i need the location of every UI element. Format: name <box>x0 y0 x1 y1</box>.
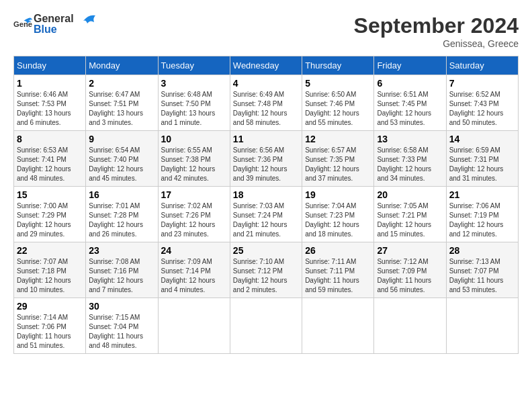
day-cell-26: 26 Sunrise: 7:11 AM Sunset: 7:11 PM Dayl… <box>302 242 374 298</box>
day-number: 21 <box>449 189 515 200</box>
day-info: Sunrise: 6:50 AM Sunset: 7:46 PM Dayligh… <box>305 90 371 128</box>
day-info: Sunrise: 7:01 AM Sunset: 7:28 PM Dayligh… <box>89 201 154 239</box>
day-number: 9 <box>89 134 154 144</box>
day-info: Sunrise: 6:52 AM Sunset: 7:43 PM Dayligh… <box>449 90 515 128</box>
day-number: 17 <box>161 189 227 200</box>
day-cell-4: 4 Sunrise: 6:49 AM Sunset: 7:48 PM Dayli… <box>230 75 302 131</box>
day-cell-24: 24 Sunrise: 7:09 AM Sunset: 7:14 PM Dayl… <box>158 242 230 298</box>
day-info: Sunrise: 7:04 AM Sunset: 7:23 PM Dayligh… <box>305 201 371 239</box>
day-number: 4 <box>233 78 299 89</box>
header-tuesday: Tuesday <box>158 56 230 75</box>
weekday-header-row: Sunday Monday Tuesday Wednesday Thursday… <box>14 56 519 75</box>
day-cell-27: 27 Sunrise: 7:12 AM Sunset: 7:09 PM Dayl… <box>374 242 446 298</box>
week-row-1: 1 Sunrise: 6:46 AM Sunset: 7:53 PM Dayli… <box>14 75 519 131</box>
week-row-3: 15 Sunrise: 7:00 AM Sunset: 7:29 PM Dayl… <box>14 187 519 242</box>
day-info: Sunrise: 7:00 AM Sunset: 7:29 PM Dayligh… <box>17 201 83 239</box>
day-number: 26 <box>305 245 371 256</box>
day-number: 18 <box>233 189 299 200</box>
calendar-table: Sunday Monday Tuesday Wednesday Thursday… <box>13 56 519 354</box>
day-cell-17: 17 Sunrise: 7:02 AM Sunset: 7:26 PM Dayl… <box>158 187 230 242</box>
day-cell-10: 10 Sunrise: 6:55 AM Sunset: 7:38 PM Dayl… <box>158 131 230 187</box>
header-saturday: Saturday <box>446 56 518 75</box>
day-number: 7 <box>449 78 515 89</box>
logo-icon: General <box>13 17 32 32</box>
day-info: Sunrise: 6:55 AM Sunset: 7:38 PM Dayligh… <box>161 146 227 183</box>
day-info: Sunrise: 6:57 AM Sunset: 7:35 PM Dayligh… <box>305 146 371 183</box>
day-info: Sunrise: 6:48 AM Sunset: 7:50 PM Dayligh… <box>161 90 227 128</box>
week-row-4: 22 Sunrise: 7:07 AM Sunset: 7:18 PM Dayl… <box>14 242 519 298</box>
day-number: 19 <box>305 189 371 200</box>
day-cell-1: 1 Sunrise: 6:46 AM Sunset: 7:53 PM Dayli… <box>14 75 86 131</box>
day-cell-21: 21 Sunrise: 7:06 AM Sunset: 7:19 PM Dayl… <box>446 187 518 242</box>
day-cell-7: 7 Sunrise: 6:52 AM Sunset: 7:43 PM Dayli… <box>446 75 518 131</box>
day-info: Sunrise: 7:10 AM Sunset: 7:12 PM Dayligh… <box>233 257 299 295</box>
day-number: 28 <box>449 245 515 256</box>
logo-bird-icon <box>77 13 97 30</box>
day-cell-2: 2 Sunrise: 6:47 AM Sunset: 7:51 PM Dayli… <box>86 75 158 131</box>
day-number: 29 <box>17 301 83 312</box>
day-info: Sunrise: 6:53 AM Sunset: 7:41 PM Dayligh… <box>17 146 83 183</box>
day-info: Sunrise: 7:09 AM Sunset: 7:14 PM Dayligh… <box>161 257 227 295</box>
day-number: 16 <box>89 189 154 200</box>
day-info: Sunrise: 7:15 AM Sunset: 7:04 PM Dayligh… <box>89 313 154 351</box>
day-number: 30 <box>89 301 154 312</box>
day-cell-11: 11 Sunrise: 6:56 AM Sunset: 7:36 PM Dayl… <box>230 131 302 187</box>
day-cell-20: 20 Sunrise: 7:05 AM Sunset: 7:21 PM Dayl… <box>374 187 446 242</box>
day-number: 12 <box>305 134 371 144</box>
month-title: September 2024 <box>354 13 519 38</box>
day-info: Sunrise: 7:08 AM Sunset: 7:16 PM Dayligh… <box>89 257 154 295</box>
day-info: Sunrise: 7:11 AM Sunset: 7:11 PM Dayligh… <box>305 257 371 295</box>
day-info: Sunrise: 6:59 AM Sunset: 7:31 PM Dayligh… <box>449 146 515 183</box>
empty-cell <box>158 298 230 354</box>
day-info: Sunrise: 7:06 AM Sunset: 7:19 PM Dayligh… <box>449 201 515 239</box>
day-info: Sunrise: 6:56 AM Sunset: 7:36 PM Dayligh… <box>233 146 299 183</box>
day-number: 13 <box>377 134 443 144</box>
day-number: 6 <box>377 78 443 89</box>
day-info: Sunrise: 6:51 AM Sunset: 7:45 PM Dayligh… <box>377 90 443 128</box>
header-sunday: Sunday <box>14 56 86 75</box>
day-info: Sunrise: 6:47 AM Sunset: 7:51 PM Dayligh… <box>89 90 154 128</box>
day-cell-22: 22 Sunrise: 7:07 AM Sunset: 7:18 PM Dayl… <box>14 242 86 298</box>
empty-cell <box>446 298 518 354</box>
day-cell-15: 15 Sunrise: 7:00 AM Sunset: 7:29 PM Dayl… <box>14 187 86 242</box>
day-cell-23: 23 Sunrise: 7:08 AM Sunset: 7:16 PM Dayl… <box>86 242 158 298</box>
day-cell-12: 12 Sunrise: 6:57 AM Sunset: 7:35 PM Dayl… <box>302 131 374 187</box>
day-info: Sunrise: 7:14 AM Sunset: 7:06 PM Dayligh… <box>17 313 83 351</box>
day-info: Sunrise: 6:54 AM Sunset: 7:40 PM Dayligh… <box>89 146 154 183</box>
empty-cell <box>374 298 446 354</box>
day-number: 14 <box>449 134 515 144</box>
day-info: Sunrise: 7:13 AM Sunset: 7:07 PM Dayligh… <box>449 257 515 295</box>
day-info: Sunrise: 7:03 AM Sunset: 7:24 PM Dayligh… <box>233 201 299 239</box>
empty-cell <box>230 298 302 354</box>
header-friday: Friday <box>374 56 446 75</box>
day-cell-28: 28 Sunrise: 7:13 AM Sunset: 7:07 PM Dayl… <box>446 242 518 298</box>
day-number: 5 <box>305 78 371 89</box>
logo-blue-text: Blue <box>34 24 74 35</box>
day-number: 27 <box>377 245 443 256</box>
day-cell-18: 18 Sunrise: 7:03 AM Sunset: 7:24 PM Dayl… <box>230 187 302 242</box>
day-cell-6: 6 Sunrise: 6:51 AM Sunset: 7:45 PM Dayli… <box>374 75 446 131</box>
day-cell-9: 9 Sunrise: 6:54 AM Sunset: 7:40 PM Dayli… <box>86 131 158 187</box>
day-number: 8 <box>17 134 83 144</box>
day-cell-3: 3 Sunrise: 6:48 AM Sunset: 7:50 PM Dayli… <box>158 75 230 131</box>
day-cell-5: 5 Sunrise: 6:50 AM Sunset: 7:46 PM Dayli… <box>302 75 374 131</box>
day-info: Sunrise: 7:07 AM Sunset: 7:18 PM Dayligh… <box>17 257 83 295</box>
day-info: Sunrise: 7:12 AM Sunset: 7:09 PM Dayligh… <box>377 257 443 295</box>
day-number: 3 <box>161 78 227 89</box>
header-thursday: Thursday <box>302 56 374 75</box>
day-number: 11 <box>233 134 299 144</box>
day-info: Sunrise: 7:05 AM Sunset: 7:21 PM Dayligh… <box>377 201 443 239</box>
header-monday: Monday <box>86 56 158 75</box>
day-cell-16: 16 Sunrise: 7:01 AM Sunset: 7:28 PM Dayl… <box>86 187 158 242</box>
day-number: 10 <box>161 134 227 144</box>
day-cell-19: 19 Sunrise: 7:04 AM Sunset: 7:23 PM Dayl… <box>302 187 374 242</box>
day-number: 22 <box>17 245 83 256</box>
day-info: Sunrise: 7:02 AM Sunset: 7:26 PM Dayligh… <box>161 201 227 239</box>
day-cell-14: 14 Sunrise: 6:59 AM Sunset: 7:31 PM Dayl… <box>446 131 518 187</box>
day-info: Sunrise: 6:58 AM Sunset: 7:33 PM Dayligh… <box>377 146 443 183</box>
empty-cell <box>302 298 374 354</box>
day-number: 2 <box>89 78 154 89</box>
day-number: 20 <box>377 189 443 200</box>
day-number: 23 <box>89 245 154 256</box>
header-wednesday: Wednesday <box>230 56 302 75</box>
